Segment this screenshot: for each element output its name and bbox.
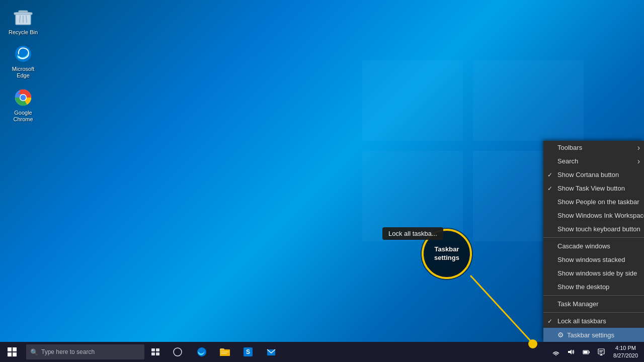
- ctx-show-people-label: Show People on the taskbar: [557, 198, 639, 206]
- chrome-label: Google Chrome: [7, 110, 39, 123]
- ctx-show-taskview[interactable]: Show Task View button: [543, 182, 644, 195]
- edge-image: [13, 44, 33, 64]
- svg-rect-35: [584, 351, 588, 353]
- ctx-search-label: Search: [557, 157, 578, 165]
- network-icon[interactable]: [549, 342, 563, 362]
- recycle-bin-label: Recycle Bin: [9, 29, 38, 36]
- ctx-stacked-label: Show windows stacked: [557, 256, 625, 263]
- clock[interactable]: 4:10 PM 8/27/2020: [609, 342, 642, 362]
- taskbar-explorer-app[interactable]: [214, 342, 236, 362]
- ctx-show-people[interactable]: Show People on the taskbar: [543, 195, 644, 209]
- taskbar-mail-app[interactable]: [260, 342, 282, 362]
- ctx-search[interactable]: Search: [543, 154, 644, 168]
- ctx-toolbars[interactable]: Toolbars: [543, 141, 644, 154]
- taskbar-edge-app[interactable]: [191, 342, 213, 362]
- svg-marker-32: [568, 349, 572, 354]
- ctx-stacked[interactable]: Show windows stacked: [543, 253, 644, 266]
- ctx-show-touch-kb[interactable]: Show touch keyboard button: [543, 222, 644, 236]
- ctx-task-manager-label: Task Manager: [557, 300, 599, 308]
- svg-rect-36: [598, 349, 604, 354]
- recycle-bin-icon[interactable]: Recycle Bin: [5, 5, 41, 38]
- battery-icon[interactable]: [579, 342, 593, 362]
- svg-line-14: [470, 276, 533, 344]
- ctx-taskbar-settings[interactable]: ⚙ Taskbar settings: [543, 328, 644, 342]
- volume-icon[interactable]: [564, 342, 578, 362]
- svg-text:S: S: [246, 348, 250, 355]
- tooltip-text: Lock all taskba...: [388, 230, 437, 237]
- svg-rect-26: [221, 351, 229, 352]
- ctx-show-ink[interactable]: Show Windows Ink Workspace button: [543, 209, 644, 222]
- edge-icon[interactable]: Microsoft Edge: [5, 42, 41, 81]
- svg-rect-34: [589, 351, 590, 353]
- ctx-side-by-side[interactable]: Show windows side by side: [543, 266, 644, 280]
- chrome-icon[interactable]: Google Chrome: [5, 85, 41, 125]
- svg-rect-15: [8, 347, 12, 351]
- ctx-sep-1: [543, 237, 644, 238]
- taskbar-store-app[interactable]: S: [237, 342, 259, 362]
- svg-rect-20: [156, 348, 159, 351]
- ctx-show-cortana-label: Show Cortana button: [557, 171, 619, 178]
- taskbar-apps: S: [191, 342, 282, 362]
- svg-rect-38: [599, 352, 602, 352]
- yellow-dot: [528, 339, 537, 348]
- svg-point-24: [197, 347, 206, 356]
- desktop-icons: Recycle Bin Microsoft Edge: [5, 5, 41, 125]
- svg-rect-27: [221, 353, 227, 354]
- svg-rect-18: [13, 352, 17, 356]
- ctx-lock-taskbars[interactable]: Lock all taskbars: [543, 314, 644, 328]
- tooltip-bubble: Lock all taskba...: [382, 227, 443, 240]
- ctx-show-cortana[interactable]: Show Cortana button: [543, 168, 644, 182]
- ctx-show-desktop[interactable]: Show the desktop: [543, 280, 644, 294]
- ctx-cascade-label: Cascade windows: [557, 242, 610, 250]
- task-view-button[interactable]: [144, 342, 167, 362]
- ctx-toolbars-label: Toolbars: [557, 144, 582, 151]
- search-placeholder: Type here to search: [41, 348, 95, 355]
- search-icon: 🔍: [30, 348, 38, 356]
- recycle-bin-image: [13, 7, 33, 27]
- ctx-cascade[interactable]: Cascade windows: [543, 239, 644, 253]
- ctx-show-desktop-label: Show the desktop: [557, 283, 609, 291]
- cortana-button[interactable]: [167, 342, 189, 362]
- svg-point-13: [21, 95, 26, 100]
- taskbar-search[interactable]: 🔍 Type here to search: [26, 344, 144, 359]
- chrome-image: [13, 87, 33, 108]
- context-menu: Toolbars Search Show Cortana button Show…: [543, 141, 644, 342]
- magnifier-label: Taskbar settings: [424, 243, 470, 264]
- ctx-sep-3: [543, 312, 644, 313]
- action-center-icon[interactable]: [594, 342, 608, 362]
- system-tray: 4:10 PM 8/27/2020: [549, 342, 644, 362]
- svg-point-31: [555, 354, 556, 355]
- ctx-side-by-side-label: Show windows side by side: [557, 269, 637, 277]
- svg-rect-6: [14, 13, 32, 15]
- ctx-taskbar-settings-label: Taskbar settings: [567, 331, 614, 339]
- svg-rect-21: [151, 352, 155, 355]
- ctx-task-manager[interactable]: Task Manager: [543, 297, 644, 311]
- edge-label: Microsoft Edge: [7, 66, 39, 79]
- ctx-lock-taskbars-label: Lock all taskbars: [557, 317, 606, 325]
- start-button[interactable]: [0, 342, 24, 362]
- svg-line-9: [26, 16, 27, 23]
- svg-rect-0: [362, 60, 463, 141]
- ctx-show-ink-label: Show Windows Ink Workspace button: [557, 212, 644, 219]
- svg-line-7: [20, 16, 20, 23]
- svg-rect-17: [8, 352, 12, 356]
- svg-rect-37: [599, 350, 603, 351]
- svg-rect-1: [473, 60, 584, 141]
- ctx-show-touch-kb-label: Show touch keyboard button: [557, 225, 640, 233]
- svg-point-23: [174, 348, 182, 356]
- svg-rect-22: [156, 352, 159, 355]
- clock-time: 4:10 PM: [615, 344, 636, 352]
- svg-rect-16: [13, 347, 17, 351]
- taskbar: 🔍 Type here to search: [0, 342, 644, 362]
- desktop: Recycle Bin Microsoft Edge: [0, 0, 644, 362]
- svg-rect-19: [151, 348, 155, 351]
- ctx-show-taskview-label: Show Task View button: [557, 185, 625, 192]
- clock-date: 8/27/2020: [613, 352, 638, 359]
- ctx-sep-2: [543, 295, 644, 296]
